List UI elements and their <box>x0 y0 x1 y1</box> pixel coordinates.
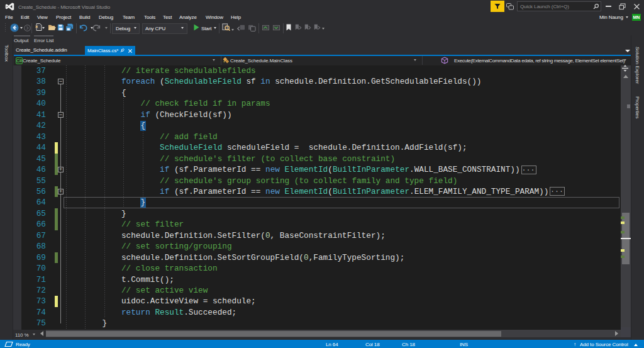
svg-text:C#: C# <box>16 59 22 63</box>
